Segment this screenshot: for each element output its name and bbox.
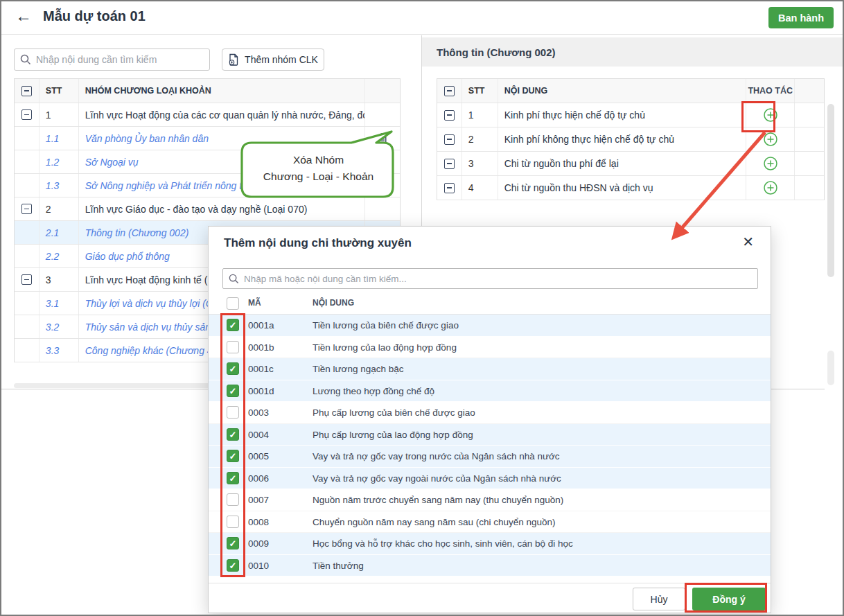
row-content: Lương theo hợp đồng chế độ <box>313 386 434 396</box>
collapse-row-icon[interactable] <box>444 159 455 169</box>
back-icon[interactable]: ← <box>15 6 32 26</box>
add-group-clk-button[interactable]: Thêm nhóm CLK <box>222 49 324 71</box>
collapse-row-icon[interactable] <box>21 274 32 285</box>
content-table-header: STT NỘI DUNG THAO TÁC <box>437 79 824 103</box>
clk-table-row[interactable]: 1 Lĩnh vực Hoạt động của các cơ quan quả… <box>15 103 400 127</box>
row-checkbox[interactable] <box>227 516 239 528</box>
collapse-row-icon[interactable] <box>444 183 455 193</box>
modal-table-row[interactable]: 0004 Phụ cấp lương của lao động hợp đồng <box>209 424 771 446</box>
modal-search-input[interactable] <box>244 274 752 284</box>
row-stt: 1.2 <box>39 150 79 173</box>
row-checkbox[interactable] <box>227 341 239 353</box>
row-checkbox[interactable] <box>227 406 239 419</box>
row-stt: 4 <box>462 176 498 200</box>
row-code: 0009 <box>248 538 269 549</box>
add-content-modal: Thêm nội dung chi thường xuyên ✕ MÃ NỘI … <box>208 226 771 613</box>
content-table-row[interactable]: 2 Kinh phí không thực hiện chế độ tự chủ <box>437 127 824 152</box>
modal-table-row[interactable]: 0009 Học bổng và hỗ trợ khác cho học sin… <box>209 533 771 555</box>
delete-icon[interactable] <box>377 179 388 192</box>
add-content-icon[interactable] <box>763 156 778 171</box>
content-table-row[interactable]: 4 Chi từ nguồn thu HĐSN và dịch vụ <box>437 176 824 200</box>
row-content: Tiền lương ngạch bậc <box>313 364 403 374</box>
collapse-row-icon[interactable] <box>444 134 455 145</box>
collapse-row-icon[interactable] <box>21 109 32 120</box>
page-title: Mẫu dự toán 01 <box>43 8 146 24</box>
delete-icon[interactable] <box>377 156 388 168</box>
collapse-all-icon[interactable] <box>444 86 455 96</box>
row-checkbox[interactable] <box>227 385 239 397</box>
row-stt: 3 <box>39 268 79 291</box>
row-checkbox[interactable] <box>227 362 239 375</box>
delete-icon[interactable] <box>377 132 388 145</box>
add-group-clk-label: Thêm nhóm CLK <box>245 54 318 65</box>
clk-table-row[interactable]: 1.2 Sở Ngoại vụ <box>15 150 400 174</box>
row-group-name: Văn phòng Ủy ban nhân dân <box>79 127 365 150</box>
modal-title: Thêm nội dung chi thường xuyên <box>224 236 412 250</box>
clk-table-row[interactable]: 2 Lĩnh vực Giáo dục - đào tạo và dạy ngh… <box>15 197 400 221</box>
row-stt: 2 <box>462 127 498 151</box>
modal-table-row[interactable]: 0010 Tiền thưởng <box>209 555 771 577</box>
modal-table-body: 0001a Tiền lương của biên chế được giao … <box>209 315 771 577</box>
row-checkbox[interactable] <box>227 559 239 572</box>
modal-table-row[interactable]: 0001d Lương theo hợp đồng chế độ <box>209 380 771 403</box>
row-content: Tiền lương của lao động hợp đồng <box>313 342 457 353</box>
modal-table-row[interactable]: 0003 Phụ cấp lương của biên chế được gia… <box>209 402 771 424</box>
row-checkbox[interactable] <box>227 428 239 441</box>
add-content-icon[interactable] <box>763 180 778 195</box>
column-header-content: NỘI DUNG <box>498 79 747 103</box>
row-group-name: Lĩnh vực Giáo dục - đào tạo và dạy nghề … <box>79 197 365 220</box>
row-stt: 3.3 <box>39 339 79 362</box>
row-stt: 3.2 <box>39 315 79 338</box>
collapse-row-icon[interactable] <box>21 204 32 214</box>
row-stt: 1 <box>39 103 79 126</box>
modal-table-row[interactable]: 0001c Tiền lương ngạch bậc <box>209 358 771 380</box>
collapse-all-icon[interactable] <box>21 86 32 96</box>
modal-table-row[interactable]: 0006 Vay và trả nợ gốc vay ngoài nước củ… <box>209 468 771 490</box>
row-checkbox[interactable] <box>227 537 239 549</box>
collapse-row-icon[interactable] <box>444 110 455 121</box>
row-stt: 1 <box>462 103 498 127</box>
row-code: 0001c <box>248 364 274 374</box>
close-icon[interactable]: ✕ <box>742 234 754 250</box>
right-panel-header: Thông tin (Chương 002) <box>422 37 843 67</box>
column-header-group: NHÓM CHƯƠNG LOẠI KHOẢN <box>79 79 365 103</box>
modal-table-row[interactable]: 0001a Tiền lương của biên chế được giao <box>209 315 771 337</box>
clk-table-row[interactable]: 1.3 Sở Nông nghiệp và Phát triển nông th… <box>15 174 400 197</box>
add-content-icon[interactable] <box>763 132 778 147</box>
row-checkbox[interactable] <box>227 450 239 462</box>
right-vertical-scrollbar[interactable] <box>827 104 834 277</box>
row-code: 0007 <box>248 495 269 505</box>
select-all-checkbox[interactable] <box>227 297 239 310</box>
search-icon <box>20 54 31 65</box>
row-checkbox[interactable] <box>227 319 239 331</box>
content-table-row[interactable]: 1 Kinh phí thực hiện chế độ tự chủ <box>437 103 824 127</box>
row-group-name: Sở Nông nghiệp và Phát triển nông thôn <box>79 174 365 197</box>
cancel-button[interactable]: Hủy <box>633 588 685 610</box>
top-bar: ← Mẫu dự toán 01 Ban hành <box>0 0 844 35</box>
confirm-button[interactable]: Đồng ý <box>692 588 766 610</box>
row-content: Nguồn năm trước chuyển sang năm nay (thu… <box>313 495 563 505</box>
row-stt: 1.3 <box>39 174 79 197</box>
publish-button[interactable]: Ban hành <box>768 7 834 28</box>
modal-table-row[interactable]: 0008 Chuyển nguồn năm nay sang năm sau (… <box>209 511 771 534</box>
column-header-extra <box>795 79 824 103</box>
row-content: Phụ cấp lương của biên chế được giao <box>313 407 475 418</box>
modal-table-header: MÃ NỘI DUNG <box>209 293 771 315</box>
clk-table-row[interactable]: 1.1 Văn phòng Ủy ban nhân dân <box>15 127 400 150</box>
content-table-row[interactable]: 3 Chi từ nguồn thu phí để lại <box>437 152 824 176</box>
row-code: 0008 <box>248 517 269 527</box>
row-checkbox[interactable] <box>227 493 239 506</box>
row-content: Học bổng và hỗ trợ khác cho học sinh, si… <box>313 538 573 549</box>
right-panel-title: Thông tin (Chương 002) <box>437 46 556 58</box>
modal-footer: Hủy Đồng ý <box>209 583 771 614</box>
add-content-icon[interactable] <box>763 107 778 123</box>
app-window: ← Mẫu dự toán 01 Ban hành Thêm nhóm CLK … <box>0 0 844 616</box>
modal-table-row[interactable]: 0005 Vay và trả nợ gốc vay trong nước củ… <box>209 446 771 468</box>
row-stt: 3.1 <box>39 292 79 315</box>
column-header-stt: STT <box>462 79 498 103</box>
modal-table-row[interactable]: 0007 Nguồn năm trước chuyển sang năm nay… <box>209 489 771 511</box>
row-checkbox[interactable] <box>227 472 239 484</box>
row-content: Tiền thưởng <box>313 561 364 571</box>
modal-table-row[interactable]: 0001b Tiền lương của lao động hợp đồng <box>209 337 771 359</box>
left-search-input[interactable] <box>36 54 204 65</box>
